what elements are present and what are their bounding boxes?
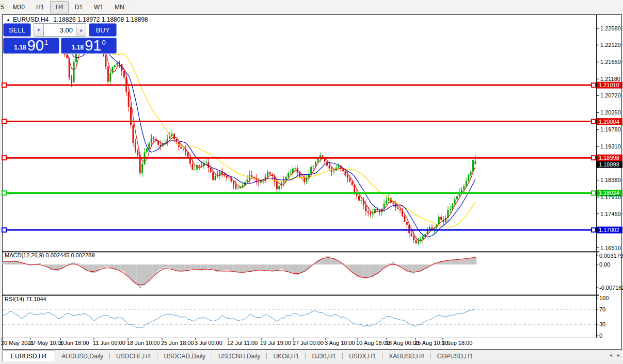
svg-text:19 Jul 19:00: 19 Jul 19:00 bbox=[260, 340, 291, 346]
svg-text:1.22120: 1.22120 bbox=[600, 42, 621, 48]
svg-text:70: 70 bbox=[599, 306, 605, 312]
svg-text:3 Aug 10:00: 3 Aug 10:00 bbox=[325, 340, 355, 346]
chart-tab-ukoil[interactable]: UKOil,H1 bbox=[267, 351, 305, 361]
chart-symbol-header: ▲ EURUSD,H4 1.18826 1.18972 1.18808 1.18… bbox=[6, 16, 150, 23]
toolbar-separator bbox=[134, 2, 134, 12]
svg-text:1.19780: 1.19780 bbox=[600, 126, 621, 133]
svg-text:1.18898: 1.18898 bbox=[599, 161, 619, 168]
ask-price-prefix: 1.18 bbox=[72, 44, 84, 51]
chart-ohlc-values: 1.18826 1.18972 1.18808 1.18898 bbox=[53, 16, 148, 23]
svg-text:11 Jun 00:00: 11 Jun 00:00 bbox=[93, 340, 125, 346]
collapse-panel-icon[interactable]: ▲ bbox=[6, 18, 10, 22]
chart-tab-usdchf[interactable]: USDCHF,H4 bbox=[110, 351, 157, 361]
timeframe-button-M30[interactable]: M30 bbox=[8, 1, 30, 13]
rsi-indicator-label: RSI(14) 71.1044 bbox=[5, 296, 46, 302]
svg-text:1.20720: 1.20720 bbox=[600, 92, 621, 98]
svg-text:1.18024: 1.18024 bbox=[599, 190, 619, 196]
timeframe-button-H1[interactable]: H1 bbox=[31, 1, 49, 13]
svg-text:27 Jul 00:00: 27 Jul 00:00 bbox=[293, 340, 324, 346]
status-strip bbox=[0, 361, 623, 364]
chart-tab-usdcad[interactable]: USDCAD,Daily bbox=[157, 351, 212, 361]
svg-text:1.21180: 1.21180 bbox=[600, 76, 620, 82]
svg-text:10 Aug 18:00: 10 Aug 18:00 bbox=[356, 340, 390, 346]
svg-text:100: 100 bbox=[599, 295, 609, 301]
svg-text:1.22580: 1.22580 bbox=[600, 25, 621, 31]
chart-tabs-bar: EURUSD,H4AUDUSD,DailyUSDCHF,H4USDCAD,Dai… bbox=[0, 350, 623, 362]
volume-decrease-button[interactable]: ▼ bbox=[34, 23, 43, 37]
tab-scroll-right-icon[interactable]: ▸ bbox=[617, 352, 620, 358]
ask-price-button[interactable]: 1.18 91 0 bbox=[61, 38, 117, 54]
svg-text:1.17002: 1.17002 bbox=[599, 227, 619, 233]
tab-scroll-left-icon[interactable]: ◂ bbox=[610, 352, 612, 358]
svg-text:27 May 10:00: 27 May 10:00 bbox=[29, 340, 64, 346]
svg-text:12 Jul 11:00: 12 Jul 11:00 bbox=[227, 340, 258, 346]
svg-text:-0.007162: -0.007162 bbox=[599, 285, 623, 291]
volume-increase-button[interactable]: ▲ bbox=[76, 23, 86, 37]
timeframe-button-W1[interactable]: W1 bbox=[89, 1, 108, 13]
svg-text:0.003179: 0.003179 bbox=[599, 253, 623, 259]
timeframe-button-MN[interactable]: MN bbox=[109, 1, 130, 13]
chevron-up-icon: ▲ bbox=[79, 28, 83, 32]
bid-price-big-digits: 90 bbox=[27, 39, 44, 53]
volume-stepper: ▼ 3.00 ▲ bbox=[34, 23, 86, 37]
svg-text:1.21010: 1.21010 bbox=[599, 82, 619, 88]
svg-text:3 Jul 00:00: 3 Jul 00:00 bbox=[195, 340, 222, 346]
bid-price-prefix: 1.18 bbox=[14, 44, 26, 51]
svg-text:18 Jun 10:00: 18 Jun 10:00 bbox=[127, 340, 160, 346]
bid-price-pipette: 1 bbox=[44, 39, 48, 46]
svg-text:1.20250: 1.20250 bbox=[600, 109, 621, 115]
svg-text:0: 0 bbox=[599, 333, 602, 339]
timeframe-button-D1[interactable]: D1 bbox=[70, 1, 88, 13]
svg-text:30: 30 bbox=[599, 321, 605, 327]
chart-tab-audusd[interactable]: AUDUSD,Daily bbox=[55, 351, 109, 361]
ask-price-pipette: 0 bbox=[102, 39, 105, 46]
ask-price-big-digits: 91 bbox=[85, 39, 101, 53]
svg-text:1.20004: 1.20004 bbox=[599, 119, 619, 125]
timeframe-button-H4[interactable]: H4 bbox=[50, 1, 68, 13]
chart-canvas[interactable]: 1.225801.221201.216501.211801.207201.202… bbox=[0, 0, 623, 364]
chart-tab-eurusd[interactable]: EURUSD,H4 bbox=[2, 351, 55, 362]
chart-tab-usdcnh[interactable]: USDCNH,Daily bbox=[212, 351, 266, 361]
svg-text:1.19310: 1.19310 bbox=[600, 143, 621, 150]
macd-indicator-label: MACD(12,26,9) 0.002445 0.002289 bbox=[5, 252, 94, 258]
bid-price-button[interactable]: 1.18 90 1 bbox=[3, 38, 59, 54]
svg-text:1 Sep 18:00: 1 Sep 18:00 bbox=[442, 340, 472, 346]
chart-tab-xauusd[interactable]: XAUUSD,H4 bbox=[382, 351, 430, 361]
chevron-down-icon: ▼ bbox=[37, 28, 41, 32]
svg-text:1.18380: 1.18380 bbox=[600, 177, 621, 183]
one-click-trading-panel: SELL ▼ 3.00 ▲ BUY 1.18 90 1 1.18 91 0 bbox=[3, 23, 117, 54]
svg-text:1.16510: 1.16510 bbox=[600, 245, 621, 251]
sell-button[interactable]: SELL bbox=[3, 23, 31, 37]
tab-scroll-arrows: ◂ ▸ bbox=[610, 352, 620, 358]
volume-input[interactable]: 3.00 bbox=[43, 23, 76, 37]
buy-button[interactable]: BUY bbox=[89, 23, 117, 37]
chart-tab-gbpusd[interactable]: GBPUSD,H1 bbox=[431, 351, 479, 361]
chart-symbol-label: EURUSD,H4 bbox=[13, 16, 49, 23]
svg-text:25 Jun 18:00: 25 Jun 18:00 bbox=[161, 340, 194, 346]
chart-tab-usdx[interactable]: USDX,H1 bbox=[343, 351, 382, 361]
timeframe-toolbar: 5M30H1H4D1W1MN bbox=[0, 0, 623, 14]
svg-text:0.00: 0.00 bbox=[599, 261, 610, 268]
timeframe-button-5[interactable]: 5 bbox=[0, 1, 7, 13]
svg-text:1.18998: 1.18998 bbox=[599, 155, 619, 161]
chart-tab-dj30[interactable]: DJ30,H1 bbox=[306, 351, 342, 361]
svg-text:3 Jun 18:00: 3 Jun 18:00 bbox=[59, 340, 89, 346]
svg-text:1.17450: 1.17450 bbox=[600, 211, 621, 217]
svg-text:1.21650: 1.21650 bbox=[600, 59, 621, 65]
